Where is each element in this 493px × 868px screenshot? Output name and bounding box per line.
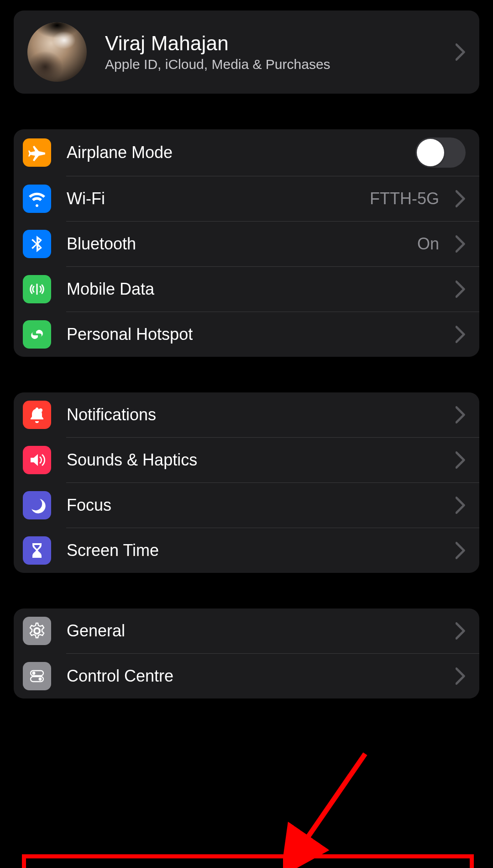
airplane-mode-row[interactable]: Airplane Mode bbox=[14, 129, 479, 176]
bluetooth-label: Bluetooth bbox=[67, 234, 417, 254]
screen-time-icon bbox=[23, 536, 51, 565]
sounds-icon bbox=[23, 446, 51, 474]
focus-icon bbox=[23, 491, 51, 519]
chevron-right-icon bbox=[456, 497, 466, 514]
wifi-label: Wi-Fi bbox=[67, 189, 370, 208]
screen-time-row[interactable]: Screen Time bbox=[14, 528, 479, 573]
profile-text: Viraj Mahajan Apple ID, iCloud, Media & … bbox=[105, 32, 448, 73]
control-centre-row[interactable]: Control Centre bbox=[14, 654, 479, 699]
general-icon bbox=[23, 617, 51, 645]
avatar bbox=[27, 22, 87, 82]
system-section: General Control Centre bbox=[14, 609, 479, 699]
hotspot-row[interactable]: Personal Hotspot bbox=[14, 312, 479, 357]
chevron-right-icon bbox=[456, 622, 466, 640]
bluetooth-value: On bbox=[417, 234, 439, 254]
sounds-label: Sounds & Haptics bbox=[67, 450, 448, 470]
control-centre-icon bbox=[23, 662, 51, 690]
bluetooth-row[interactable]: Bluetooth On bbox=[14, 222, 479, 266]
hotspot-label: Personal Hotspot bbox=[67, 325, 448, 344]
mobile-data-label: Mobile Data bbox=[67, 280, 448, 299]
chevron-right-icon bbox=[456, 451, 466, 469]
chevron-right-icon bbox=[456, 190, 466, 207]
notifications-label: Notifications bbox=[67, 405, 448, 424]
wifi-value: FTTH-5G bbox=[370, 189, 439, 208]
chevron-right-icon bbox=[456, 43, 466, 61]
airplane-label: Airplane Mode bbox=[67, 143, 415, 162]
alerts-section: Notifications Sounds & Haptics Focus Scr… bbox=[14, 392, 479, 573]
svg-point-2 bbox=[32, 672, 36, 675]
chevron-right-icon bbox=[456, 542, 466, 559]
chevron-right-icon bbox=[456, 406, 466, 423]
general-label: General bbox=[67, 621, 448, 640]
annotation-highlight bbox=[22, 854, 474, 868]
mobile-data-row[interactable]: Mobile Data bbox=[14, 267, 479, 312]
svg-line-5 bbox=[294, 754, 365, 857]
profile-row[interactable]: Viraj Mahajan Apple ID, iCloud, Media & … bbox=[14, 11, 479, 94]
general-row[interactable]: General bbox=[14, 609, 479, 653]
chevron-right-icon bbox=[456, 326, 466, 343]
airplane-toggle[interactable] bbox=[415, 138, 466, 168]
chevron-right-icon bbox=[456, 281, 466, 298]
wifi-icon bbox=[23, 185, 51, 213]
notifications-row[interactable]: Notifications bbox=[14, 392, 479, 437]
hotspot-icon bbox=[23, 320, 51, 349]
focus-label: Focus bbox=[67, 496, 448, 515]
svg-point-0 bbox=[39, 408, 42, 412]
connectivity-section: Airplane Mode Wi-Fi FTTH-5G Bluetooth On… bbox=[14, 129, 479, 357]
control-centre-label: Control Centre bbox=[67, 667, 448, 686]
focus-row[interactable]: Focus bbox=[14, 483, 479, 528]
bluetooth-icon bbox=[23, 230, 51, 258]
annotation-arrow bbox=[283, 749, 383, 868]
profile-section: Viraj Mahajan Apple ID, iCloud, Media & … bbox=[14, 11, 479, 94]
profile-subtitle: Apple ID, iCloud, Media & Purchases bbox=[105, 57, 448, 72]
wifi-row[interactable]: Wi-Fi FTTH-5G bbox=[14, 176, 479, 221]
chevron-right-icon bbox=[456, 235, 466, 253]
airplane-icon bbox=[23, 138, 51, 167]
chevron-right-icon bbox=[456, 667, 466, 685]
mobile-data-icon bbox=[23, 275, 51, 303]
profile-name: Viraj Mahajan bbox=[105, 32, 448, 55]
screen-time-label: Screen Time bbox=[67, 541, 448, 560]
svg-point-4 bbox=[39, 677, 42, 681]
notifications-icon bbox=[23, 401, 51, 429]
switch-knob bbox=[417, 139, 444, 166]
sounds-row[interactable]: Sounds & Haptics bbox=[14, 438, 479, 482]
